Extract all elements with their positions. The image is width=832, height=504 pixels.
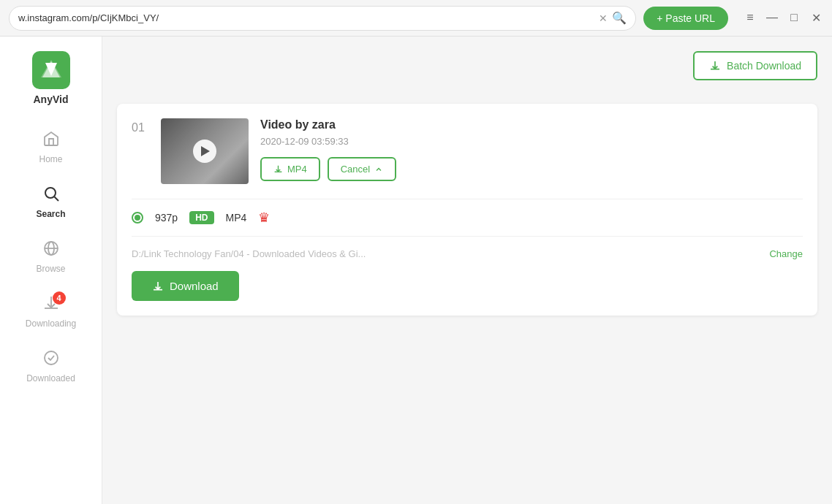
video-number: 01 [132,118,149,134]
menu-icon[interactable]: ≡ [743,11,757,25]
format-row: 937p HD MP4 ♛ [132,199,803,237]
url-bar[interactable]: w.instagram.com/p/CIjKMbci_VY/ ✕ 🔍 [9,6,636,31]
video-card: 01 Video by zara 2020-12-09 03:59:33 [117,104,817,316]
logo-icon [32,51,70,89]
path-row: D:/Link Technology Fan/04 - Downloaded V… [132,248,803,259]
cancel-button[interactable]: Cancel [328,157,396,181]
content-area: Batch Download 01 Video by zara 2020-12-… [102,37,832,504]
home-label: Home [39,154,62,164]
close-icon[interactable]: ✕ [599,13,608,23]
search-icon: 🔍 [612,11,627,25]
browse-icon [42,240,60,260]
cancel-label: Cancel [341,164,370,175]
window-controls: ≡ — □ ✕ [743,11,823,25]
format-label: MP4 [226,212,247,224]
batch-download-label: Batch Download [727,60,801,72]
radio-dot [135,215,140,221]
play-icon [201,146,210,156]
minimize-button[interactable]: — [765,11,779,25]
downloaded-label: Downloaded [26,373,75,383]
main-layout: AnyVid Home Search [0,37,832,504]
app-name: AnyVid [34,93,69,105]
paste-url-button[interactable]: + Paste URL [643,7,728,30]
batch-bar: Batch Download [117,51,817,92]
video-header: 01 Video by zara 2020-12-09 03:59:33 [132,118,803,184]
svg-marker-2 [42,61,60,77]
video-date: 2020-12-09 03:59:33 [260,136,803,147]
hd-badge: HD [189,211,213,224]
sidebar-item-browse[interactable]: Browse [0,229,102,284]
video-info: Video by zara 2020-12-09 03:59:33 MP4 Ca… [260,118,803,181]
resolution-text: 937p [155,212,178,224]
browse-label: Browse [36,264,65,274]
change-link[interactable]: Change [769,248,803,259]
sidebar-item-home[interactable]: Home [0,120,102,175]
search-label: Search [36,209,65,219]
url-text: w.instagram.com/p/CIjKMbci_VY/ [18,12,594,23]
svg-point-3 [45,188,56,198]
paste-url-label: + Paste URL [657,12,715,24]
video-thumbnail[interactable] [161,118,249,184]
download-path: D:/Link Technology Fan/04 - Downloaded V… [132,248,760,259]
app-logo: AnyVid [32,44,70,120]
sidebar-item-downloading[interactable]: 4 Downloading [0,284,102,339]
downloading-label: Downloading [26,318,76,329]
sidebar-item-search[interactable]: Search [0,175,102,229]
title-bar: w.instagram.com/p/CIjKMbci_VY/ ✕ 🔍 + Pas… [0,0,832,37]
svg-line-4 [54,197,58,202]
batch-download-button[interactable]: Batch Download [693,51,817,80]
maximize-button[interactable]: □ [787,11,801,25]
search-nav-icon [42,185,60,205]
sidebar: AnyVid Home Search [0,37,102,504]
downloaded-icon [42,349,60,370]
svg-point-8 [45,351,58,364]
close-button[interactable]: ✕ [809,11,823,25]
radio-button[interactable] [132,212,143,224]
sidebar-item-downloaded[interactable]: Downloaded [0,339,102,394]
video-title: Video by zara [260,118,803,131]
download-label: Download [170,280,219,292]
play-button[interactable] [193,140,216,163]
mp4-label: MP4 [287,164,307,175]
downloading-badge: 4 [53,291,66,305]
video-actions: MP4 Cancel [260,157,803,181]
mp4-button[interactable]: MP4 [260,157,320,181]
home-icon [42,130,60,150]
crown-icon: ♛ [258,210,270,226]
download-button[interactable]: Download [132,271,239,301]
